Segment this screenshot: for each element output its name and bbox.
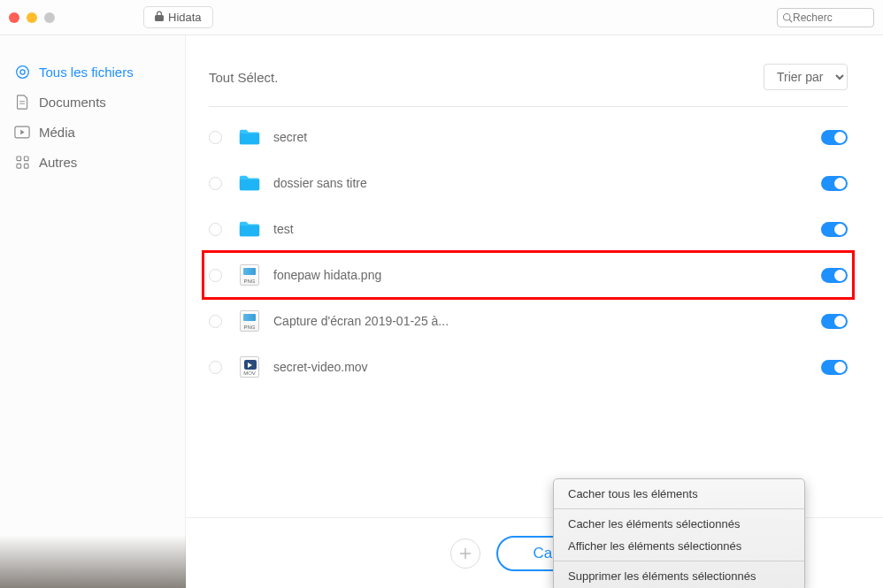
row-checkbox[interactable]: [209, 269, 222, 282]
visibility-toggle[interactable]: [821, 130, 848, 145]
png-file-icon: PNG: [238, 310, 261, 332]
zoom-window-button[interactable]: [44, 12, 55, 23]
sidebar-item-label: Documents: [39, 95, 106, 110]
sidebar-item-all-files[interactable]: Tous les fichiers: [0, 57, 185, 87]
menu-hide-selected[interactable]: Cacher les éléments sélectionnés: [554, 513, 804, 535]
target-icon: [14, 64, 30, 80]
menu-show-selected[interactable]: Afficher les éléments sélectionnés: [554, 535, 804, 557]
folder-icon: [238, 218, 261, 240]
menu-separator: [554, 508, 804, 509]
svg-point-0: [784, 13, 791, 20]
lock-icon: [155, 11, 164, 24]
svg-rect-10: [16, 164, 20, 168]
search-icon: [782, 12, 793, 23]
row-checkbox[interactable]: [209, 315, 222, 328]
svg-rect-11: [24, 164, 28, 168]
media-icon: [14, 124, 30, 140]
svg-line-1: [789, 19, 792, 22]
sidebar-item-label: Autres: [39, 155, 77, 170]
file-name-label: secret: [273, 130, 821, 144]
svg-point-3: [19, 69, 24, 73]
menu-hide-all[interactable]: Cacher tous les éléments: [554, 483, 804, 505]
folder-icon: [238, 126, 261, 148]
list-header: Tout Sélect. Trier par: [209, 64, 848, 107]
search-input[interactable]: [793, 11, 864, 24]
file-row[interactable]: secret: [209, 114, 848, 160]
file-row[interactable]: PNGfonepaw hidata.png: [203, 252, 853, 298]
file-name-label: Capture d'écran 2019-01-25 à...: [273, 314, 821, 328]
sort-select[interactable]: Trier par: [764, 64, 848, 90]
context-menu: Cacher tous les éléments Cacher les élém…: [553, 478, 805, 588]
grid-icon: [14, 154, 30, 170]
visibility-toggle[interactable]: [821, 314, 848, 329]
png-file-icon: PNG: [238, 264, 261, 286]
document-icon: [14, 94, 30, 110]
visibility-toggle[interactable]: [821, 360, 848, 375]
minimize-window-button[interactable]: [27, 12, 37, 23]
mov-file-icon: MOV: [238, 356, 261, 378]
sidebar-item-others[interactable]: Autres: [0, 147, 185, 177]
sidebar-item-label: Tous les fichiers: [39, 65, 134, 80]
file-row[interactable]: PNGCapture d'écran 2019-01-25 à...: [209, 298, 848, 344]
visibility-toggle[interactable]: [821, 222, 848, 237]
row-checkbox[interactable]: [209, 131, 222, 144]
file-list: secretdossier sans titretestPNGfonepaw h…: [209, 114, 848, 390]
sidebar-item-documents[interactable]: Documents: [0, 87, 185, 117]
folder-icon: [238, 172, 261, 194]
sidebar: Tous les fichiers Documents Média Autres: [0, 35, 186, 588]
titlebar: Hidata: [0, 0, 883, 35]
menu-delete-selected[interactable]: Supprimer les éléments sélectionnés: [554, 565, 804, 587]
close-window-button[interactable]: [9, 12, 19, 23]
plus-icon: [458, 546, 472, 561]
file-name-label: fonepaw hidata.png: [273, 268, 821, 282]
row-checkbox[interactable]: [209, 177, 222, 190]
desktop-background-strip: [0, 535, 186, 588]
svg-rect-9: [24, 156, 28, 160]
file-row[interactable]: dossier sans titre: [209, 160, 848, 206]
file-name-label: secret-video.mov: [273, 360, 821, 374]
visibility-toggle[interactable]: [821, 176, 848, 191]
select-all-label[interactable]: Tout Sélect.: [209, 70, 278, 85]
file-name-label: test: [273, 222, 821, 236]
window-controls: [9, 12, 55, 23]
sidebar-item-media[interactable]: Média: [0, 117, 185, 147]
search-box[interactable]: [777, 8, 874, 27]
svg-point-2: [16, 65, 28, 78]
svg-rect-8: [16, 156, 20, 160]
visibility-toggle[interactable]: [821, 268, 848, 283]
app-title-label: Hidata: [168, 11, 202, 24]
svg-marker-7: [20, 129, 25, 134]
file-name-label: dossier sans titre: [273, 176, 821, 190]
row-checkbox[interactable]: [209, 223, 222, 236]
file-row[interactable]: MOVsecret-video.mov: [209, 344, 848, 390]
app-title-button[interactable]: Hidata: [143, 6, 213, 28]
row-checkbox[interactable]: [209, 361, 222, 374]
file-row[interactable]: test: [209, 206, 848, 252]
menu-separator: [554, 561, 804, 561]
sidebar-item-label: Média: [39, 125, 75, 140]
add-button[interactable]: [450, 538, 480, 569]
